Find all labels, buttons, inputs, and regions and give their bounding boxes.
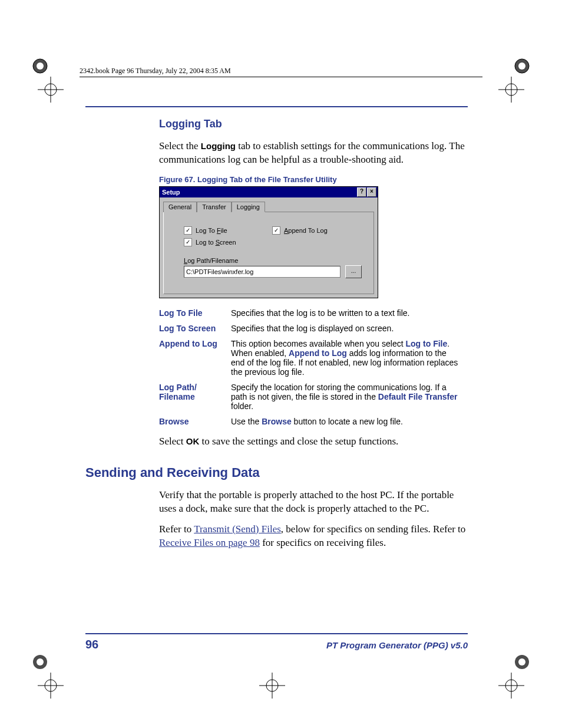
- log-path-label: Log Path/Filename: [184, 257, 362, 264]
- definition-term: Log To File: [159, 305, 231, 321]
- svg-point-5: [518, 62, 525, 70]
- definition-description: Use the Browse button to locate a new lo…: [231, 414, 468, 429]
- checkbox-label: Log to Screen: [196, 239, 236, 246]
- definition-term: Log To Screen: [159, 321, 231, 336]
- registration-mark-icon: [38, 673, 64, 699]
- definition-description: Specifies that the log is to be written …: [231, 305, 468, 321]
- tab-strip: General Transfer Logging: [163, 201, 374, 212]
- table-row: Log Path/FilenameSpecify the location fo…: [159, 380, 468, 414]
- link-transmit-files[interactable]: Transmit (Send) Files: [194, 523, 281, 535]
- page-number: 96: [85, 638, 98, 651]
- page-footer: 96 PT Program Generator (PPG) v5.0: [85, 633, 468, 651]
- registration-mark-icon: [498, 77, 524, 103]
- browse-button[interactable]: ...: [345, 265, 362, 278]
- crop-mark-icon: [509, 53, 535, 79]
- text: Refer to: [159, 523, 194, 535]
- text: Select: [159, 436, 186, 447]
- tab-logging[interactable]: Logging: [232, 202, 265, 212]
- checkbox-append-to-log[interactable]: ✓: [272, 226, 280, 235]
- registration-mark-icon: [498, 673, 524, 699]
- dialog-titlebar: Setup ? ×: [160, 187, 378, 197]
- svg-point-15: [518, 658, 525, 666]
- bold-term: Browse: [262, 417, 292, 426]
- text: , below for specifics on sending files. …: [281, 523, 465, 535]
- svg-point-13: [37, 658, 44, 666]
- tab-general[interactable]: General: [163, 202, 197, 212]
- section-heading-sending-receiving: Sending and Receiving Data: [85, 465, 468, 480]
- crop-mark-icon: [509, 649, 535, 675]
- intro-paragraph: Select the Logging tab to establish sett…: [85, 140, 468, 167]
- definition-description: Specifies that the log is displayed on s…: [231, 321, 468, 336]
- section-heading-logging-tab: Logging Tab: [85, 118, 468, 130]
- checkbox-label: Append To Log: [284, 227, 328, 234]
- checkbox-log-to-screen[interactable]: ✓: [184, 238, 192, 246]
- setup-dialog: Setup ? × General Transfer Logging ✓ Log…: [159, 186, 378, 298]
- definition-term: Append to Log: [159, 336, 231, 380]
- text: to save the settings and close the setup…: [199, 436, 398, 447]
- definition-term: Log Path/Filename: [159, 380, 231, 414]
- page-content: Logging Tab Select the Logging tab to es…: [85, 106, 468, 557]
- crop-mark-icon: [27, 53, 53, 79]
- sec2-paragraph-1: Verify that the portable is properly att…: [85, 489, 468, 516]
- log-path-input[interactable]: C:\PDTFiles\winxfer.log: [184, 266, 340, 278]
- close-button[interactable]: ×: [367, 187, 376, 197]
- table-row: Log To ScreenSpecifies that the log is d…: [159, 321, 468, 336]
- definition-term: Browse: [159, 414, 231, 429]
- help-button[interactable]: ?: [357, 187, 366, 197]
- bold-term: Log to File: [406, 339, 448, 348]
- section-rule: [85, 106, 468, 107]
- crop-mark-icon: [27, 649, 53, 675]
- bold-term: Append to Log: [289, 348, 347, 358]
- link-receive-files[interactable]: Receive Files on page 98: [159, 537, 260, 548]
- definition-description: Specify the location for storing the com…: [231, 380, 468, 414]
- book-header-line: 2342.book Page 96 Thursday, July 22, 200…: [80, 67, 231, 75]
- registration-mark-icon: [38, 77, 64, 103]
- registration-mark-icon: [259, 673, 285, 699]
- definitions-table: Log To FileSpecifies that the log is to …: [159, 305, 468, 429]
- table-row: BrowseUse the Browse button to locate a …: [159, 414, 468, 429]
- figure-caption: Figure 67. Logging Tab of the File Trans…: [85, 175, 468, 184]
- dialog-title: Setup: [161, 189, 356, 196]
- definition-description: This option becomes available when you s…: [231, 336, 468, 380]
- bold-term: Default File Transfer: [378, 392, 458, 401]
- tab-panel-logging: ✓ Log To File ✓ Log to Screen ✓ Ap: [163, 212, 374, 294]
- sec2-paragraph-2: Refer to Transmit (Send) Files, below fo…: [85, 523, 468, 550]
- table-row: Log To FileSpecifies that the log is to …: [159, 305, 468, 321]
- checkbox-log-to-file[interactable]: ✓: [184, 226, 192, 235]
- tab-transfer[interactable]: Transfer: [197, 202, 232, 212]
- text: Select the: [159, 140, 201, 151]
- table-row: Append to LogThis option becomes availab…: [159, 336, 468, 380]
- closing-paragraph: Select OK to save the settings and close…: [85, 435, 468, 449]
- svg-point-2: [37, 62, 44, 70]
- logging-strong: Logging: [201, 141, 236, 151]
- text: for specifics on receiving files.: [260, 537, 386, 548]
- ok-strong: OK: [186, 436, 200, 446]
- header-rule: [80, 77, 482, 77]
- checkbox-label: Log To File: [196, 227, 227, 234]
- footer-title: PT Program Generator (PPG) v5.0: [326, 640, 468, 650]
